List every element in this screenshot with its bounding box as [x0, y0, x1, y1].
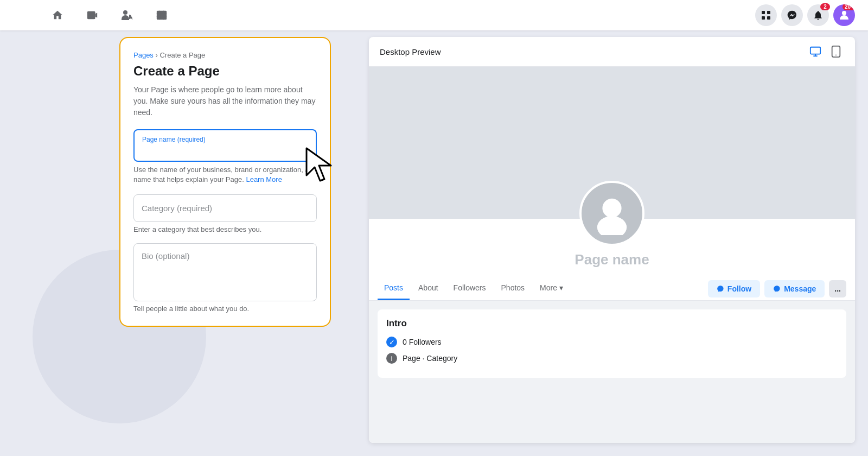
navbar-right-icons: 2 20+ [755, 4, 855, 26]
svg-rect-5 [762, 16, 765, 20]
fb-page-preview: Page name Posts About Followers Photos M… [369, 67, 855, 443]
page-name-hint: Use the name of your business, brand or … [133, 165, 317, 185]
avatar-badge: 20+ [843, 4, 855, 10]
more-btn-label: ... [834, 284, 841, 293]
bio-hint: Tell people a little about what you do. [133, 305, 317, 313]
page-title: Create a Page [133, 64, 317, 79]
nav-center-icons [13, 3, 174, 27]
preview-header: Desktop Preview [369, 37, 855, 67]
svg-rect-4 [767, 11, 770, 14]
fb-tabs: Posts About Followers Photos More ▾ [369, 277, 855, 301]
fb-category-row: i Page · Category [386, 353, 838, 364]
page-name-label: Page name (required) [142, 136, 308, 143]
svg-point-12 [597, 216, 627, 235]
nav-home-icon[interactable] [46, 3, 69, 27]
svg-rect-3 [762, 11, 765, 14]
page-name-group: Page name (required) [133, 129, 317, 162]
page-name-hint-text: Use the name of your business, brand or … [133, 166, 309, 183]
fb-page-name: Page name [369, 251, 855, 268]
tab-about[interactable]: About [412, 277, 445, 300]
svg-point-10 [835, 55, 837, 56]
svg-rect-2 [157, 11, 167, 20]
notification-badge: 2 [820, 3, 830, 10]
fb-page-category: Page · Category [403, 354, 457, 363]
fb-cover-area [369, 67, 855, 219]
page-name-input[interactable] [142, 145, 308, 155]
tab-posts[interactable]: Posts [378, 277, 410, 300]
breadcrumb-pages[interactable]: Pages [133, 51, 154, 59]
fb-content: Intro ✓ 0 Followers i Page · Category [369, 301, 855, 387]
fb-tabs-left: Posts About Followers Photos More ▾ [378, 277, 570, 300]
preview-title: Desktop Preview [380, 47, 441, 56]
nav-avatar-btn[interactable]: 20+ [833, 4, 855, 26]
tab-followers[interactable]: Followers [447, 277, 493, 300]
page-name-input-wrapper[interactable]: Page name (required) [133, 129, 317, 162]
svg-point-7 [842, 11, 846, 15]
breadcrumb-current: Create a Page [159, 51, 205, 59]
mobile-view-icon[interactable] [828, 43, 844, 60]
svg-rect-6 [767, 16, 770, 20]
desktop-view-icon[interactable] [807, 43, 824, 60]
nav-marketplace-icon[interactable] [150, 3, 174, 27]
category-info-icon: i [386, 353, 397, 364]
bio-placeholder: Bio (optional) [142, 251, 309, 261]
followers-check-icon: ✓ [386, 337, 397, 347]
preview-device-icons [807, 43, 844, 60]
svg-rect-0 [87, 11, 95, 20]
desktop-preview-panel: Desktop Preview Page name [369, 37, 855, 443]
fb-followers-row: ✓ 0 Followers [386, 337, 838, 347]
cursor-arrow [304, 145, 336, 183]
create-page-panel: Pages › Create a Page Create a Page Your… [119, 37, 331, 327]
follow-button[interactable]: Follow [708, 280, 760, 297]
message-button[interactable]: Message [764, 280, 825, 297]
category-group: Category (required) Enter a category tha… [133, 194, 317, 233]
nav-video-icon[interactable] [80, 3, 104, 27]
svg-rect-8 [810, 47, 820, 54]
svg-point-1 [123, 10, 127, 15]
bio-textarea-wrapper[interactable]: Bio (optional) [133, 243, 317, 301]
category-placeholder: Category (required) [142, 204, 212, 213]
fb-profile-pic [579, 181, 644, 246]
fb-intro-title: Intro [386, 318, 838, 329]
fb-tabs-right: Follow Message ... [708, 280, 846, 297]
tab-more[interactable]: More ▾ [533, 277, 570, 300]
fb-followers-count: 0 Followers [403, 338, 442, 346]
nav-messenger-btn[interactable] [781, 4, 803, 26]
more-button[interactable]: ... [829, 280, 846, 297]
tab-photos[interactable]: Photos [495, 277, 532, 300]
message-btn-label: Message [784, 284, 816, 293]
fb-intro-card: Intro ✓ 0 Followers i Page · Category [378, 309, 846, 378]
navbar: 2 20+ [0, 0, 868, 30]
nav-friends-icon[interactable] [115, 3, 139, 27]
category-input[interactable]: Category (required) [133, 194, 317, 222]
panel-description: Your Page is where people go to learn mo… [133, 84, 317, 118]
learn-more-link[interactable]: Learn More [246, 175, 282, 183]
category-hint: Enter a category that best describes you… [133, 225, 317, 233]
breadcrumb: Pages › Create a Page [133, 51, 317, 59]
follow-btn-label: Follow [727, 284, 751, 293]
nav-grid-btn[interactable] [755, 4, 777, 26]
svg-point-11 [602, 199, 621, 218]
nav-notifications-btn[interactable]: 2 [807, 4, 829, 26]
